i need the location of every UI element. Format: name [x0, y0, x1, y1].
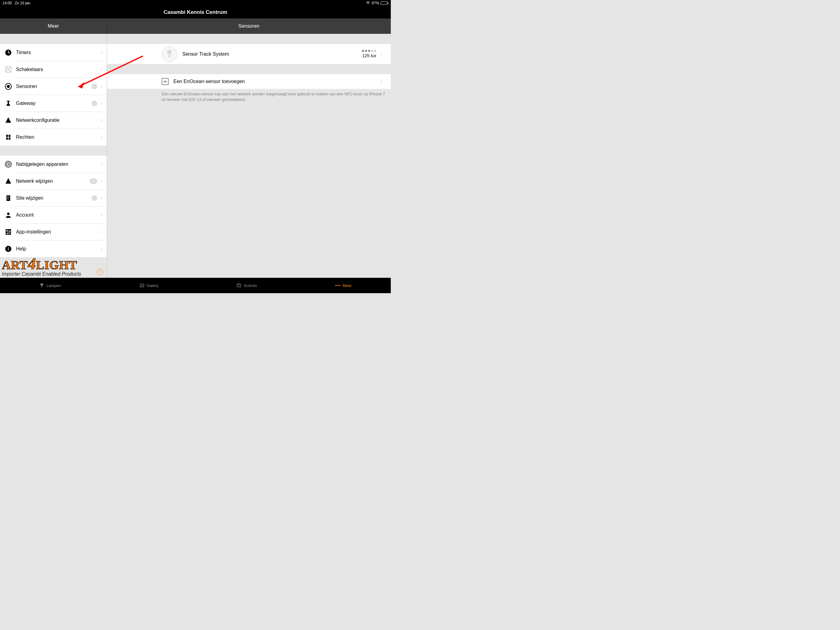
sidebar-item-label: Netwerk wijzigen	[16, 179, 53, 184]
sidebar-item-label: App-instellingen	[16, 229, 51, 235]
sidebar-item-label: Schakelaars	[16, 67, 43, 72]
chevron-right-icon: ›	[101, 195, 103, 201]
sidebar-item-label: Help	[16, 246, 26, 252]
svg-point-15	[7, 212, 9, 215]
sidebar-group-2: Nabijgelegen apparaten › Netwerk wijzige…	[0, 156, 107, 257]
sensor-icon	[4, 82, 13, 91]
help-button[interactable]: ?	[97, 269, 104, 275]
svg-point-30	[339, 285, 340, 286]
sidebar-item-netwerk-wijzigen[interactable]: Netwerk wijzigen 32 ›	[0, 173, 107, 190]
svg-rect-14	[8, 199, 9, 199]
sidebar-item-label: Site wijzigen	[16, 195, 43, 201]
main-header: Sensoren	[107, 19, 391, 34]
signal-strength	[362, 50, 376, 52]
network-icon	[4, 116, 13, 125]
svg-rect-13	[7, 199, 8, 199]
svg-rect-24	[168, 52, 171, 57]
sensor-lux: 125 lux	[363, 53, 376, 58]
tab-label: Scènes	[243, 283, 257, 288]
svg-rect-9	[7, 196, 8, 197]
switches-icon	[4, 65, 13, 74]
svg-rect-26	[140, 284, 144, 287]
sidebar-group-1: Timers › Schakelaars › Sensoren 1 › Gate…	[0, 44, 107, 146]
chevron-right-icon: ›	[101, 84, 103, 89]
tab-bar: Lampen Galerij Scènes Meer	[0, 278, 391, 293]
svg-rect-23	[167, 51, 171, 52]
chevron-right-icon: ›	[101, 67, 103, 72]
lamp-icon	[39, 283, 44, 288]
battery-icon	[381, 2, 388, 5]
sensor-name: Sensor Track System	[182, 51, 229, 57]
svg-rect-11	[7, 198, 8, 198]
sliders-icon	[4, 227, 13, 237]
scenes-icon	[236, 283, 242, 288]
enocean-icon	[162, 78, 169, 85]
chevron-right-icon: ›	[101, 246, 103, 252]
sidebar-item-sensoren[interactable]: Sensoren 1 ›	[0, 78, 107, 95]
clock-icon	[4, 48, 13, 57]
badge: 1	[92, 101, 97, 106]
svg-rect-10	[8, 196, 9, 197]
sidebar-item-app-instellingen[interactable]: App-instellingen ›	[0, 223, 107, 240]
chevron-right-icon: ›	[101, 117, 103, 123]
badge: 1	[92, 195, 97, 201]
add-enocean-sensor[interactable]: Een EnOcean-sensor toevoegen ›	[107, 74, 391, 89]
sidebar-item-rechten[interactable]: Rechten ›	[0, 128, 107, 146]
sidebar-item-site-wijzigen[interactable]: Site wijzigen 1 ›	[0, 190, 107, 206]
svg-point-28	[335, 285, 337, 286]
chevron-right-icon: ›	[101, 101, 103, 106]
sidebar-item-label: Netwerkconfiguratie	[16, 117, 59, 123]
sidebar-item-help[interactable]: Help ›	[0, 240, 107, 257]
sidebar-item-label: Gateway	[16, 101, 35, 106]
wifi-icon	[366, 1, 370, 5]
chevron-right-icon: ›	[101, 161, 103, 167]
battery-pct: 87%	[372, 1, 379, 5]
svg-point-5	[8, 164, 9, 165]
chevron-right-icon: ›	[101, 229, 103, 235]
sidebar-item-nabijgelegen[interactable]: Nabijgelegen apparaten ›	[0, 156, 107, 173]
nearby-icon	[4, 160, 13, 169]
chevron-right-icon: ›	[101, 50, 103, 55]
tab-meer[interactable]: Meer	[335, 283, 352, 288]
building-icon	[4, 193, 13, 203]
status-date: Zo 10 jan.	[15, 1, 31, 5]
status-bar: 14:00 Zo 10 jan. 87%	[0, 0, 391, 6]
sidebar-item-label: Sensoren	[16, 84, 37, 89]
sidebar-item-timers[interactable]: Timers ›	[0, 44, 107, 61]
sidebar-item-label: Timers	[16, 50, 31, 55]
brand-logo: ART4LIGHT Importer Casambi Enabled Produ…	[2, 257, 97, 277]
gallery-icon	[139, 283, 145, 288]
svg-point-29	[337, 285, 338, 286]
shield-icon	[4, 133, 13, 142]
tab-galerij[interactable]: Galerij	[139, 283, 158, 288]
sidebar-item-label: Rechten	[16, 135, 35, 140]
main-pane: Sensor Track System 125 lux › Een EnOcea…	[107, 34, 391, 278]
app-title: Casambi Kennis Centrum	[0, 6, 391, 19]
chevron-right-icon: ›	[101, 135, 103, 140]
sidebar-item-schakelaars[interactable]: Schakelaars ›	[0, 61, 107, 78]
sidebar-item-account[interactable]: Account ›	[0, 206, 107, 223]
network-icon	[4, 177, 13, 186]
sidebar-header: Meer	[0, 19, 107, 34]
info-icon	[4, 244, 13, 253]
tab-label: Meer	[343, 283, 352, 288]
sensor-thumbnail	[162, 46, 177, 62]
svg-point-22	[8, 247, 9, 248]
tab-scenes[interactable]: Scènes	[236, 283, 257, 288]
sidebar-item-gateway[interactable]: Gateway 1 ›	[0, 95, 107, 112]
tab-lampen[interactable]: Lampen	[39, 283, 61, 288]
sidebar: Timers › Schakelaars › Sensoren 1 › Gate…	[0, 34, 107, 278]
sidebar-item-label: Nabijgelegen apparaten	[16, 161, 68, 167]
sidebar-item-netwerkconfiguratie[interactable]: Netwerkconfiguratie ›	[0, 112, 107, 128]
chevron-right-icon: ›	[381, 51, 382, 57]
chevron-right-icon: ›	[101, 212, 103, 218]
chevron-right-icon: ›	[101, 179, 103, 184]
tab-label: Lampen	[46, 283, 61, 288]
svg-rect-4	[8, 101, 9, 104]
chevron-right-icon: ›	[381, 79, 382, 84]
status-time: 14:00	[2, 1, 12, 5]
more-icon	[335, 283, 341, 288]
sensor-item[interactable]: Sensor Track System 125 lux ›	[107, 44, 391, 64]
badge: 1	[92, 84, 97, 89]
badge: 32	[90, 179, 97, 184]
